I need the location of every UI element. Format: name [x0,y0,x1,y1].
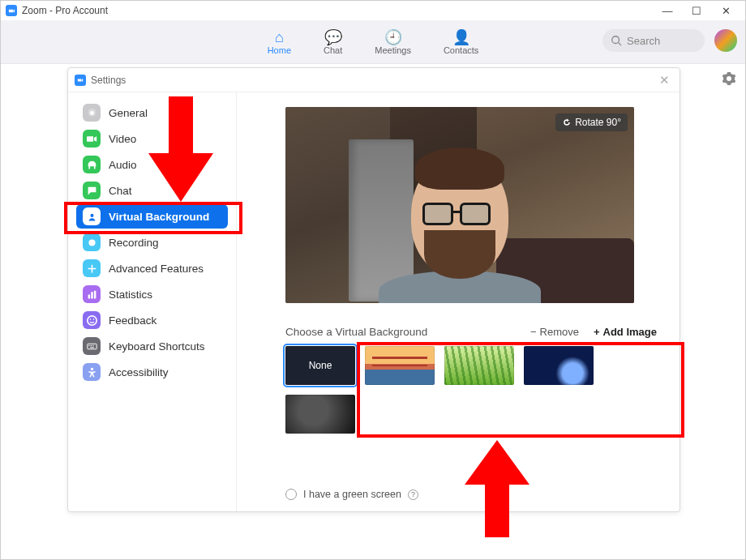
sidebar-item-general[interactable]: General [76,100,228,125]
window-title: Zoom - Pro Account [22,5,108,16]
settings-sidebar: General Video Audio Chat Virtual Backgro… [68,92,237,511]
choose-background-label: Choose a Virtual Background [285,326,427,338]
background-none[interactable]: None [285,346,355,385]
sidebar-item-label: Recording [109,237,159,249]
sidebar-item-label: Chat [109,185,132,197]
rotate-label: Rotate 90° [575,117,621,128]
avatar[interactable] [714,29,737,52]
add-image-button[interactable]: +Add Image [594,326,657,338]
sidebar-item-label: Virtual Background [109,211,209,223]
sidebar-item-recording[interactable]: Recording [76,230,228,254]
settings-title: Settings [91,75,126,86]
none-label: None [309,360,332,371]
sidebar-item-label: Audio [109,159,137,171]
sidebar-item-keyboard-shortcuts[interactable]: Keyboard Shortcuts [76,334,228,358]
person-icon [83,207,101,225]
zoom-logo-icon [75,75,86,86]
nav-home[interactable]: ⌂ Home [268,29,291,55]
greenscreen-label: I have a green screen [303,489,401,500]
sidebar-item-accessibility[interactable]: Accessibility [76,360,228,384]
svg-rect-9 [87,344,96,349]
sidebar-item-advanced-features[interactable]: Advanced Features [76,256,228,280]
main-header: ⌂ Home 💬 Chat 🕘 Meetings 👤 Contacts Sear… [1,20,745,64]
svg-line-1 [619,43,622,46]
home-icon: ⌂ [275,29,284,45]
nav-label: Chat [324,45,342,55]
svg-point-8 [92,318,94,320]
sidebar-item-label: Accessibility [109,366,169,378]
remove-background-button[interactable]: −Remove [530,326,579,338]
sidebar-item-label: Video [109,133,136,145]
sidebar-item-video[interactable]: Video [76,126,228,151]
search-input[interactable]: Search [602,29,705,52]
keyboard-icon [83,337,101,355]
settings-content: Rotate 90° Choose a Virtual Background −… [237,92,680,511]
sidebar-item-label: Feedback [109,314,156,327]
background-space[interactable] [524,346,594,385]
settings-window: Settings ✕ General Video Audio Chat Virt… [67,67,680,512]
contacts-icon: 👤 [452,29,470,45]
add-label: Add Image [603,326,657,338]
search-icon [611,35,622,46]
remove-label: Remove [540,326,579,338]
main-nav: ⌂ Home 💬 Chat 🕘 Meetings 👤 Contacts [268,29,479,55]
nav-label: Contacts [444,45,478,55]
search-placeholder: Search [627,35,660,47]
background-grass[interactable] [444,346,514,385]
gear-icon [83,104,101,122]
settings-gear-icon[interactable] [722,72,735,88]
plus-icon [83,259,101,277]
sidebar-item-feedback[interactable]: Feedback [76,308,228,332]
svg-rect-12 [92,344,93,345]
rotate-button[interactable]: Rotate 90° [555,113,628,131]
svg-rect-11 [90,344,91,345]
close-button[interactable]: ✕ [711,1,740,20]
settings-titlebar: Settings ✕ [68,68,680,92]
sidebar-item-chat[interactable]: Chat [76,178,228,203]
nav-label: Home [268,45,291,55]
nav-meetings[interactable]: 🕘 Meetings [375,29,411,55]
radio-icon [285,489,297,500]
sidebar-item-label: Keyboard Shortcuts [109,340,205,353]
svg-rect-13 [90,347,94,348]
chat-icon [83,182,101,199]
nav-contacts[interactable]: 👤 Contacts [444,29,478,55]
svg-point-0 [612,36,620,44]
clock-icon: 🕘 [384,29,402,45]
greenscreen-option[interactable]: I have a green screen ? [285,489,418,500]
svg-point-5 [88,239,95,246]
background-custom[interactable] [285,395,355,434]
record-icon [83,233,101,251]
headphones-icon [83,156,101,173]
svg-point-14 [90,367,92,370]
chat-icon: 💬 [324,29,342,45]
chart-icon [83,285,101,303]
close-icon[interactable]: ✕ [656,73,673,88]
sidebar-item-label: General [109,107,148,119]
sidebar-item-audio[interactable]: Audio [76,152,228,177]
sidebar-item-label: Advanced Features [109,263,204,275]
svg-point-6 [87,315,96,324]
maximize-button[interactable]: ☐ [682,1,711,20]
background-bridge[interactable] [365,346,435,385]
sidebar-item-statistics[interactable]: Statistics [76,282,228,306]
svg-rect-10 [88,344,89,345]
svg-point-4 [90,213,93,216]
minus-icon: − [530,326,537,338]
window-titlebar: Zoom - Pro Account — ☐ ✕ [1,1,745,20]
sidebar-item-virtual-background[interactable]: Virtual Background [76,204,228,229]
zoom-logo-icon [6,5,17,16]
nav-label: Meetings [375,45,411,55]
nav-chat[interactable]: 💬 Chat [324,29,342,55]
plus-icon: + [594,326,600,338]
sidebar-item-label: Statistics [109,289,152,301]
svg-point-7 [89,318,91,320]
smile-icon [83,311,101,329]
background-thumbnails: None [285,346,610,434]
accessibility-icon [83,363,101,381]
camera-preview: Rotate 90° [285,107,634,303]
rotate-icon [562,118,572,127]
help-icon[interactable]: ? [408,489,418,500]
video-icon [83,130,101,147]
minimize-button[interactable]: — [653,1,682,20]
